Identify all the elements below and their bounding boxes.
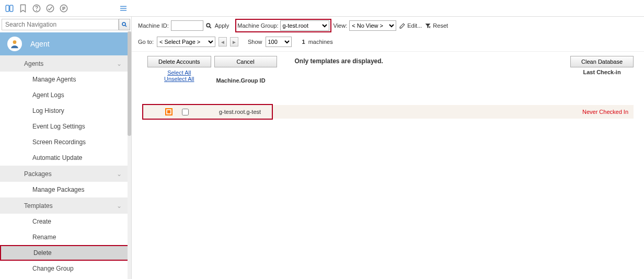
table-row[interactable]: g-test.root.g-test Never Checked In — [142, 105, 634, 119]
edit-icon — [398, 22, 406, 29]
templates-notice: Only templates are displayed. — [295, 57, 383, 65]
svg-point-4 — [47, 5, 54, 12]
row-checkbox[interactable] — [182, 109, 189, 115]
paging-bar: Go to: < Select Page > ◄ ► Show 100 1 ma… — [132, 34, 644, 52]
nav-section-label: Packages — [24, 170, 52, 178]
view-label: View: — [334, 22, 348, 29]
reset-button[interactable]: Reset — [424, 22, 448, 29]
nav-item-log-history[interactable]: Log History — [0, 103, 131, 119]
help-icon[interactable] — [30, 2, 43, 15]
module-header[interactable]: Agent — [0, 32, 131, 55]
goto-select[interactable]: < Select Page > — [157, 37, 215, 47]
svg-point-7 — [13, 40, 17, 44]
nav-item-event-log-settings[interactable]: Event Log Settings — [0, 119, 131, 134]
nav-item-agent-logs[interactable]: Agent Logs — [0, 87, 131, 103]
svg-point-3 — [37, 10, 37, 10]
column-last-checkin: Last Check-in — [583, 69, 620, 75]
view-select[interactable]: < No View > — [349, 20, 396, 31]
nav-section-label: Templates — [24, 202, 53, 210]
machine-count-label: machines — [308, 39, 333, 45]
top-toolbar — [0, 0, 644, 17]
chevron-down-icon: ⌄ — [117, 202, 122, 210]
chevron-down-icon: ⌄ — [117, 170, 122, 178]
nav-section-agents[interactable]: Agents ⌄ — [0, 55, 131, 72]
search-button[interactable] — [119, 19, 130, 30]
machine-count: 1 — [302, 39, 305, 45]
row-machine-name: g-test.root.g-test — [219, 109, 261, 115]
nav-section-packages[interactable]: Packages ⌄ — [0, 166, 131, 182]
svg-rect-0 — [6, 5, 9, 11]
nav-item-create[interactable]: Create — [0, 214, 131, 229]
svg-point-6 — [122, 22, 125, 26]
nav-item-delete[interactable]: Delete — [0, 245, 131, 261]
nav-item-manage-packages[interactable]: Manage Packages — [0, 182, 131, 197]
nav-item-screen-recordings[interactable]: Screen Recordings — [0, 134, 131, 150]
nav-item-rename[interactable]: Rename — [0, 229, 131, 245]
machine-id-label: Machine ID: — [138, 22, 169, 29]
template-status-icon — [165, 108, 172, 115]
apply-button[interactable]: Apply — [215, 22, 229, 29]
nav-section-label: Agents — [24, 60, 43, 67]
filter-reset-icon — [424, 22, 431, 29]
action-bar: Delete Accounts Select All Unselect All … — [132, 52, 644, 84]
machine-id-input[interactable] — [171, 20, 203, 31]
nav-section-templates[interactable]: Templates ⌄ — [0, 197, 131, 214]
module-title: Agent — [30, 40, 50, 48]
nav-item-change-group[interactable]: Change Group — [0, 261, 131, 276]
machine-group-label: Machine Group: — [237, 22, 278, 29]
select-all-link[interactable]: Select All — [167, 69, 191, 76]
sidebar-toggle-icon[interactable] — [3, 2, 16, 15]
show-label: Show — [248, 39, 262, 45]
content-area: Machine ID: Apply Machine Group: g-test.… — [132, 17, 644, 279]
status-icon[interactable] — [44, 2, 56, 15]
scrollbar-thumb[interactable] — [128, 31, 131, 136]
menu-icon[interactable] — [117, 2, 130, 15]
sidebar: Agent Agents ⌄ Manage Agents Agent Logs … — [0, 17, 132, 279]
row-checkin-status: Never Checked In — [582, 109, 628, 115]
agent-avatar-icon — [7, 37, 22, 51]
chevron-down-icon: ⌄ — [117, 60, 122, 67]
svg-point-8 — [206, 24, 210, 27]
goto-label: Go to: — [138, 39, 154, 45]
unselect-all-link[interactable]: Unselect All — [164, 76, 194, 82]
notes-icon[interactable] — [58, 2, 70, 15]
search-icon[interactable] — [205, 22, 213, 29]
prev-page-button[interactable]: ◄ — [218, 37, 227, 47]
search-input[interactable] — [2, 19, 119, 30]
nav-item-automatic-update[interactable]: Automatic Update — [0, 150, 131, 166]
delete-accounts-button[interactable]: Delete Accounts — [147, 56, 211, 67]
nav-item-manage-agents[interactable]: Manage Agents — [0, 72, 131, 87]
column-machine-group: Machine.Group ID — [216, 77, 266, 84]
svg-rect-1 — [10, 5, 13, 11]
data-table: g-test.root.g-test Never Checked In — [142, 105, 634, 119]
filter-bar: Machine ID: Apply Machine Group: g-test.… — [132, 17, 644, 34]
next-page-button[interactable]: ► — [230, 37, 238, 47]
bookmark-icon[interactable] — [17, 2, 29, 15]
machine-group-highlight: Machine Group: g-test.root — [235, 19, 331, 32]
clean-database-button[interactable]: Clean Database — [570, 56, 634, 67]
machine-group-select[interactable]: g-test.root — [280, 20, 329, 31]
edit-button[interactable]: Edit... — [398, 22, 422, 29]
cancel-button[interactable]: Cancel — [214, 56, 277, 67]
show-select[interactable]: 100 — [266, 37, 292, 47]
